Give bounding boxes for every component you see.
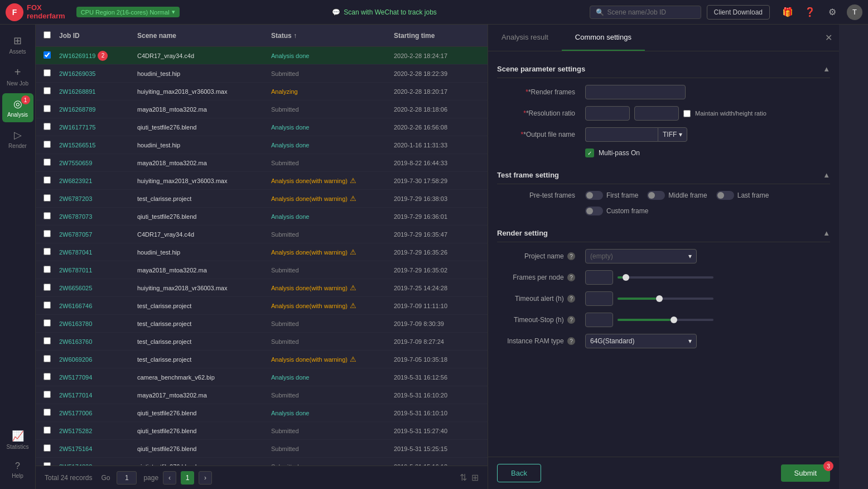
tab-common-settings[interactable]: Common settings: [562, 25, 645, 51]
first-frame-toggle[interactable]: [585, 191, 603, 200]
output-filename-input[interactable]: C4DR17_vray34: [585, 127, 658, 142]
instance-ram-select[interactable]: 64G(Standard) ▾: [585, 334, 697, 348]
scene-parameter-toggle[interactable]: ▲: [823, 65, 830, 73]
table-row[interactable]: 2W16269035 houdini_test.hip Submitted 20…: [36, 65, 488, 83]
tab-analysis-result[interactable]: Analysis result: [488, 25, 562, 51]
table-row[interactable]: 2W6787041 houdini_test.hip Analysis done…: [36, 243, 488, 261]
row-checkbox[interactable]: [44, 266, 51, 273]
help-icon[interactable]: ❓: [802, 4, 818, 20]
table-row[interactable]: 2W16268891 huiyiting_max2018_vr36003.max…: [36, 83, 488, 100]
maintain-ratio-checkbox[interactable]: [683, 110, 691, 117]
row-checkbox[interactable]: [44, 123, 51, 130]
prev-page-button[interactable]: ‹: [163, 471, 176, 485]
back-button[interactable]: Back: [497, 464, 541, 482]
qr-icon[interactable]: ⊞: [471, 472, 479, 483]
table-row[interactable]: 2W16177175 qiuti_testfile276.blend Analy…: [36, 118, 488, 136]
table-row[interactable]: 2W6069206 test_clarisse.project Analysis…: [36, 351, 488, 368]
row-checkbox[interactable]: [44, 87, 51, 94]
render-setting-toggle[interactable]: ▲: [823, 229, 830, 237]
timeout-stop-input[interactable]: 24: [585, 313, 613, 327]
row-checkbox[interactable]: [44, 319, 51, 327]
row-checkbox[interactable]: [44, 373, 51, 380]
render-frames-input[interactable]: 0: [585, 85, 686, 99]
table-row[interactable]: 2W6787073 qiuti_testfile276.blend Analys…: [36, 208, 488, 226]
table-row[interactable]: 2W16268789 maya2018_mtoa3202.ma Submitte…: [36, 100, 488, 118]
table-row[interactable]: 2W5175164 qiuti_testfile276.blend Submit…: [36, 440, 488, 458]
row-checkbox[interactable]: [44, 337, 51, 344]
table-row[interactable]: 2W162691192 C4DR17_vray34.c4d Analysis d…: [36, 47, 488, 65]
sidebar-item-statistics[interactable]: 📈 Statistics: [2, 425, 33, 454]
row-checkbox[interactable]: [44, 248, 51, 255]
page-1-button[interactable]: 1: [181, 471, 194, 485]
row-checkbox[interactable]: [44, 355, 51, 362]
sidebar-item-assets[interactable]: ⊞ Assets: [2, 30, 33, 59]
table-row[interactable]: 2W6656025 huiyiting_max2018_vr36003.max …: [36, 279, 488, 297]
table-row[interactable]: 2W7550659 maya2018_mtoa3202.ma Submitted…: [36, 154, 488, 172]
render-setting-header[interactable]: Render setting ▲: [497, 224, 830, 242]
row-checkbox[interactable]: [44, 391, 51, 398]
timeout-stop-help-icon[interactable]: ?: [567, 316, 575, 324]
sidebar-item-help[interactable]: ? Help: [2, 457, 33, 483]
project-name-help-icon[interactable]: ?: [567, 252, 575, 260]
test-frame-toggle[interactable]: ▲: [823, 171, 830, 179]
sidebar-item-analysis[interactable]: 1 ◎ Analysis: [2, 93, 33, 122]
row-checkbox[interactable]: [44, 284, 51, 291]
row-checkbox[interactable]: [44, 444, 51, 452]
table-row[interactable]: 2W6163760 test_clarisse.project Submitte…: [36, 333, 488, 351]
table-row[interactable]: 2W5174832 qiuti_testfile276.blend Submit…: [36, 458, 488, 466]
table-row[interactable]: 2W6787057 C4DR17_vray34.c4d Submitted 20…: [36, 226, 488, 243]
multipass-checkbox[interactable]: ✓: [585, 148, 594, 157]
th-status[interactable]: Status ↑: [268, 32, 390, 40]
settings-icon[interactable]: ⚙: [824, 4, 840, 20]
th-time[interactable]: Starting time: [390, 32, 480, 40]
row-checkbox[interactable]: [44, 301, 51, 309]
search-input[interactable]: [607, 8, 686, 16]
sidebar-item-new-job[interactable]: + New Job: [2, 61, 33, 91]
frames-per-node-slider[interactable]: [618, 276, 713, 279]
row-checkbox[interactable]: [44, 141, 51, 148]
scene-parameter-header[interactable]: Scene parameter settings ▲: [497, 60, 830, 78]
table-row[interactable]: 2W6787011 maya2018_mtoa3202.ma Submitted…: [36, 261, 488, 279]
table-row[interactable]: 2W6163780 test_clarisse.project Submitte…: [36, 315, 488, 333]
sidebar-item-render[interactable]: ▷ Render: [2, 124, 33, 154]
table-row[interactable]: 2W6823921 huiyiting_max2018_vr36003.max …: [36, 172, 488, 190]
submit-button[interactable]: Submit 3: [781, 464, 830, 482]
row-checkbox[interactable]: [44, 176, 51, 184]
row-checkbox[interactable]: [44, 105, 51, 112]
row-checkbox[interactable]: [44, 409, 51, 416]
client-download-button[interactable]: Client Download: [707, 5, 770, 20]
avatar[interactable]: T: [847, 4, 862, 20]
frames-per-node-input[interactable]: 1: [585, 270, 613, 285]
table-row[interactable]: 2W5177094 camera_benchmark_v62.bip Analy…: [36, 368, 488, 386]
table-row[interactable]: 2W5175282 qiuti_testfile276.blend Submit…: [36, 422, 488, 440]
table-row[interactable]: 2W5177014 maya2017_mtoa3202.ma Submitted…: [36, 386, 488, 404]
row-checkbox[interactable]: [44, 69, 51, 76]
th-jobid[interactable]: Job ID: [56, 32, 134, 40]
table-row[interactable]: 2W15266515 houdini_test.hip Analysis don…: [36, 136, 488, 154]
custom-frame-toggle[interactable]: [585, 207, 603, 215]
th-scene[interactable]: Scene name: [134, 32, 268, 40]
resolution-width-input[interactable]: 800: [585, 106, 630, 121]
select-all-checkbox[interactable]: [44, 31, 51, 39]
resolution-height-input[interactable]: 600: [634, 106, 679, 121]
timeout-alert-slider[interactable]: [618, 298, 713, 300]
output-format-select[interactable]: TIFF ▾: [658, 127, 687, 142]
timeout-stop-slider[interactable]: [618, 319, 713, 321]
timeout-alert-help-icon[interactable]: ?: [567, 295, 575, 303]
row-checkbox[interactable]: [44, 51, 51, 59]
next-page-button[interactable]: ›: [199, 471, 212, 485]
table-row[interactable]: 2W5177006 qiuti_testfile276.blend Analys…: [36, 404, 488, 422]
test-frame-header[interactable]: Test frame setting ▲: [497, 166, 830, 184]
row-checkbox[interactable]: [44, 194, 51, 202]
table-row[interactable]: 2W6787203 test_clarisse.project Analysis…: [36, 190, 488, 208]
sort-icon[interactable]: ⇅: [460, 472, 467, 483]
page-input[interactable]: 1: [117, 471, 137, 485]
row-checkbox[interactable]: [44, 426, 51, 434]
instance-ram-help-icon[interactable]: ?: [567, 337, 575, 345]
gift-icon[interactable]: 🎁: [780, 4, 795, 20]
cpu-badge[interactable]: CPU Region 2(16-cores) Normal ▾: [76, 7, 180, 17]
last-frame-toggle[interactable]: [716, 191, 734, 200]
row-checkbox[interactable]: [44, 212, 51, 219]
panel-close-button[interactable]: ✕: [825, 32, 832, 43]
dropdown-icon[interactable]: ▾: [172, 8, 175, 16]
